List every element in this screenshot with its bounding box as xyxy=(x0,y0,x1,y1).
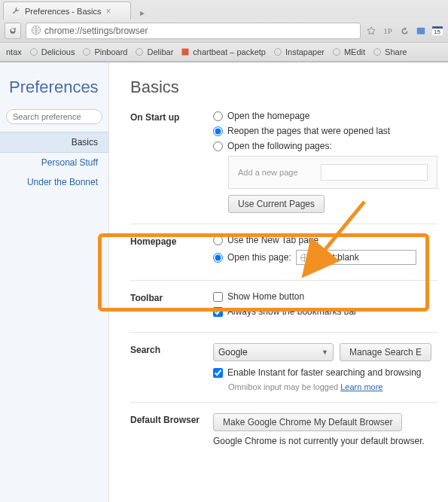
content: Preferences Basics Personal Stuff Under … xyxy=(0,62,448,502)
chevron-down-icon: ▼ xyxy=(322,348,328,356)
sidebar-title: Preferences xyxy=(0,78,108,109)
checkbox[interactable] xyxy=(213,292,223,302)
reload-button[interactable] xyxy=(5,23,21,39)
add-page-hint: Add a new page xyxy=(238,168,298,177)
toolbar-show-bookmarks[interactable]: Always show the bookmarks bar xyxy=(213,306,437,317)
homepage-url-input[interactable]: about:blank xyxy=(296,250,416,265)
manage-search-engines-button[interactable]: Manage Search E xyxy=(340,343,431,361)
address-row: chrome://settings/browser 1P 15 xyxy=(0,20,448,42)
bookmarks-bar: ntax Delicious Pinboard Delibar chartbea… xyxy=(0,42,448,62)
bookmark-item[interactable]: Delicious xyxy=(29,47,75,56)
url-right-icons: 1P 15 xyxy=(365,25,443,37)
svg-point-10 xyxy=(374,49,381,56)
svg-point-5 xyxy=(84,49,90,56)
section-startup: On Start up Open the homepage Reopen the… xyxy=(130,111,437,224)
bookmark-item[interactable]: MEdit xyxy=(332,47,365,56)
bookmark-star-icon[interactable] xyxy=(365,25,377,37)
bookmark-item[interactable]: chartbeat – packetp xyxy=(181,47,266,56)
ext-calendar-icon[interactable]: 15 xyxy=(431,25,443,37)
svg-point-6 xyxy=(136,49,143,56)
close-icon[interactable]: × xyxy=(105,6,111,17)
startup-open-homepage[interactable]: Open the homepage xyxy=(213,111,437,121)
startup-open-following[interactable]: Open the following pages: xyxy=(213,141,437,151)
radio[interactable] xyxy=(213,111,223,121)
radio[interactable] xyxy=(213,141,223,151)
search-enable-instant[interactable]: Enable Instant for faster searching and … xyxy=(213,367,437,378)
tab-title: Preferences - Basics xyxy=(25,7,101,16)
make-default-browser-button[interactable]: Make Google Chrome My Default Browser xyxy=(213,413,402,431)
section-label: Toolbar xyxy=(130,291,213,321)
new-tab-button[interactable]: ▸ xyxy=(134,6,151,20)
homepage-new-tab[interactable]: Use the New Tab page xyxy=(213,235,437,245)
checkbox[interactable] xyxy=(213,307,223,317)
globe-icon xyxy=(31,25,41,38)
globe-icon xyxy=(300,253,309,263)
sidebar-item-personal-stuff[interactable]: Personal Stuff xyxy=(0,153,108,172)
homepage-open-this-page[interactable]: Open this page: about:blank xyxy=(213,250,437,265)
ext-app-icon[interactable] xyxy=(415,25,427,37)
bookmark-item[interactable]: ntax xyxy=(6,47,22,56)
page-title: Basics xyxy=(130,78,437,97)
section-label: Search xyxy=(130,343,213,391)
radio[interactable] xyxy=(213,126,223,136)
wrench-icon xyxy=(11,7,20,16)
section-homepage: Homepage Use the New Tab page Open this … xyxy=(130,235,437,281)
url-text: chrome://settings/browser xyxy=(44,26,148,36)
default-browser-status: Google Chrome is not currently your defa… xyxy=(213,436,437,446)
add-page-input[interactable] xyxy=(321,164,428,181)
startup-pages-box: Add a new page xyxy=(228,156,437,189)
use-current-pages-button[interactable]: Use Current Pages xyxy=(228,195,325,213)
section-toolbar: Toolbar Show Home button Always show the… xyxy=(130,291,437,333)
search-preferences-input[interactable] xyxy=(6,109,102,124)
instant-subtext: Omnibox input may be logged Learn more xyxy=(228,382,437,391)
svg-rect-7 xyxy=(182,49,189,56)
svg-rect-1 xyxy=(417,28,425,35)
search-engine-select[interactable]: Google ▼ xyxy=(213,343,334,361)
browser-tab[interactable]: Preferences - Basics × xyxy=(3,2,131,20)
tab-bar: Preferences - Basics × ▸ xyxy=(0,0,448,20)
radio[interactable] xyxy=(213,236,223,245)
bookmark-item[interactable]: Pinboard xyxy=(82,47,127,56)
ext-1p-icon[interactable]: 1P xyxy=(382,25,394,37)
svg-point-9 xyxy=(333,49,340,56)
svg-point-8 xyxy=(274,49,281,56)
section-label: Homepage xyxy=(130,235,213,269)
checkbox[interactable] xyxy=(213,368,223,378)
toolbar-show-home[interactable]: Show Home button xyxy=(213,291,437,302)
preferences-sidebar: Preferences Basics Personal Stuff Under … xyxy=(0,62,109,502)
bookmark-item[interactable]: Instapaper xyxy=(273,47,325,56)
sidebar-item-basics[interactable]: Basics xyxy=(0,132,108,153)
browser-chrome: Preferences - Basics × ▸ chrome://settin… xyxy=(0,0,448,62)
radio[interactable] xyxy=(213,253,223,263)
url-bar[interactable]: chrome://settings/browser xyxy=(26,23,361,39)
section-label: On Start up xyxy=(130,111,213,213)
bookmark-item[interactable]: Share xyxy=(373,47,407,56)
learn-more-link[interactable]: Learn more xyxy=(340,382,382,391)
search-preferences xyxy=(6,109,102,124)
main-panel: Basics On Start up Open the homepage Reo… xyxy=(109,62,448,502)
ext-reload-icon[interactable] xyxy=(398,25,410,37)
sidebar-item-under-the-bonnet[interactable]: Under the Bonnet xyxy=(0,172,108,192)
svg-point-4 xyxy=(30,49,37,56)
bookmark-item[interactable]: Delibar xyxy=(135,47,173,56)
section-search: Search Google ▼ Manage Search E Enable I… xyxy=(130,343,437,403)
section-label: Default Browser xyxy=(130,413,213,446)
startup-reopen-last[interactable]: Reopen the pages that were opened last xyxy=(213,126,437,136)
section-default-browser: Default Browser Make Google Chrome My De… xyxy=(130,413,437,457)
